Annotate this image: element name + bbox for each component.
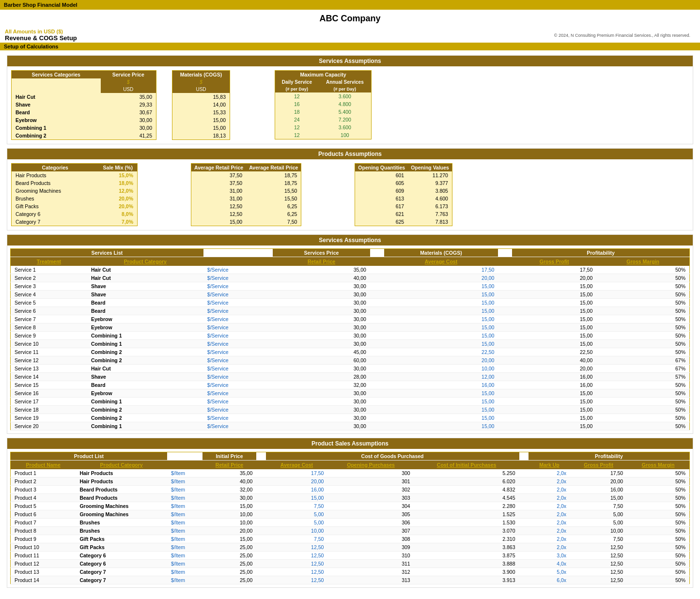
- svc-list-row: Service 17 Combining 1 $/Service 30,00 1…: [11, 398, 690, 406]
- svc-cap-row: 123.600: [275, 92, 372, 100]
- svc-mat-row: 15,00: [172, 116, 230, 124]
- rev-cogs-label: Revenue & COGS Setup: [5, 34, 77, 42]
- svc-list-row: Service 19 Combining 2 $/Service 30,00 1…: [11, 414, 690, 422]
- prod-sales-row: Product 4 Beard Products $/Item 30,00 15…: [11, 494, 690, 502]
- services-table: Services List Services Price Materials (…: [10, 248, 690, 430]
- prod-sales-row: Product 2 Hair Products $/Item 40,00 20,…: [11, 477, 690, 486]
- prod-avg-row: 15,007,50: [191, 218, 301, 226]
- price-header: Service Price: [101, 71, 156, 79]
- main-wrapper: Services Assumptions Services Categories…: [0, 50, 700, 593]
- cat-header: Services Categories: [12, 71, 101, 79]
- prod-sales-row: Product 6 Grooming Machines $/Item 10,00…: [11, 510, 690, 519]
- svc-list-row: Service 3 Shave $/Service 30,00 15,00 15…: [11, 282, 690, 291]
- services-assumptions-title: Services Assumptions: [7, 56, 693, 66]
- svc-mat-row: 15,33: [172, 108, 230, 116]
- products-assumptions-section: Products Assumptions Categories Sale Mix…: [7, 148, 693, 230]
- svc-mat-row: 14,00: [172, 101, 230, 108]
- prod-sales-row: Product 1 Hair Products $/Item 35,00 17,…: [11, 469, 690, 477]
- materials-header: Materials (COGS): [172, 71, 230, 79]
- svc-list-row: Service 8 Eyebrow $/Service 30,00 15,00 …: [11, 323, 690, 332]
- capacity-header: Maximum Capacity: [275, 71, 372, 79]
- prod-avg-row: 12,506,25: [191, 210, 301, 218]
- prod-avg-row: 37,5018,75: [191, 179, 301, 187]
- prod-open-row: 6134.600: [355, 195, 452, 202]
- prod-cat-row: Gift Packs20,0%: [12, 202, 138, 210]
- svc-list-row: Service 4 Shave $/Service 30,00 15,00 15…: [11, 291, 690, 299]
- prod-open-row: 6093.805: [355, 187, 452, 195]
- products-opening-table: Opening Quantities Opening Values 60111.…: [355, 163, 452, 226]
- prod-avg-row: 31,0015,50: [191, 187, 301, 195]
- svc-list-row: Service 14 Shave $/Service 28,00 12,00 1…: [11, 373, 690, 381]
- svc-list-row: Service 11 Combining 2 $/Service 45,00 2…: [11, 348, 690, 356]
- svc-cat-row: Hair Cut35,00: [12, 93, 156, 101]
- services-capacity-table: Maximum Capacity Daily Service Annual Se…: [275, 70, 372, 139]
- svc-list-row: Service 5 Beard $/Service 30,00 15,00 15…: [11, 299, 690, 307]
- setup-bar: Setup of Calculations: [0, 43, 700, 50]
- prod-sales-row: Product 14 Category 7 $/Item 25,00 12,50…: [11, 576, 690, 584]
- svc-mat-row: 18,13: [172, 132, 230, 140]
- svc-list-row: Service 16 Eyebrow $/Service 30,00 15,00…: [11, 389, 690, 398]
- svc-list-row: Service 20 Combining 1 $/Service 30,00 1…: [11, 422, 690, 430]
- prod-cat-row: Category 68,0%: [12, 210, 138, 218]
- svc-list-row: Service 1 Hair Cut $/Service 35,00 17,50…: [11, 266, 690, 274]
- svc-cap-row: 12100: [275, 131, 372, 139]
- prod-sales-row: Product 8 Brushes $/Item 20,00 10,00 307…: [11, 527, 690, 535]
- prod-sales-row: Product 9 Gift Packs $/Item 15,00 7,50 3…: [11, 535, 690, 543]
- svc-cap-row: 164.800: [275, 100, 372, 108]
- product-sales-title: Product Sales Assumptions: [7, 438, 693, 449]
- services-assumptions-section: Services Assumptions Services Categories…: [7, 55, 693, 144]
- products-assumptions-title: Products Assumptions: [7, 149, 693, 159]
- prod-open-row: 6176.173: [355, 202, 452, 210]
- services-materials-table: Materials (COGS) $ USD 15,8314,0015,3315…: [172, 70, 230, 140]
- svc-cat-row: Beard30,67: [12, 108, 156, 116]
- prod-sales-row: Product 13 Category 7 $/Item 25,00 12,50…: [11, 568, 690, 576]
- prod-sales-row: Product 5 Grooming Machines $/Item 15,00…: [11, 502, 690, 510]
- svc-list-row: Service 13 Hair Cut $/Service 30,00 10,0…: [11, 365, 690, 373]
- prod-cat-row: Brushes20,0%: [12, 195, 138, 202]
- products-categories-table: Categories Sale Mix (%) Hair Products15,…: [11, 163, 138, 226]
- svc-list-row: Service 12 Combining 2 $/Service 60,00 2…: [11, 356, 690, 365]
- svc-list-row: Service 10 Combining 1 $/Service 30,00 1…: [11, 340, 690, 348]
- prod-cat-row: Hair Products15,0%: [12, 171, 138, 179]
- svc-mat-row: 15,00: [172, 124, 230, 132]
- top-bar: Barber Shop Financial Model: [0, 0, 700, 10]
- prod-open-row: 60111.270: [355, 171, 452, 179]
- prod-open-row: 6059.377: [355, 179, 452, 187]
- prod-open-row: 6257.813: [355, 218, 452, 226]
- prod-sales-row: Product 3 Beard Products $/Item 32,00 16…: [11, 486, 690, 494]
- svc-list-row: Service 7 Eyebrow $/Service 30,00 15,00 …: [11, 315, 690, 323]
- copyright: © 2024, N Consulting Premium Financial S…: [554, 33, 695, 38]
- prod-cat-row: Beard Products18,0%: [12, 179, 138, 187]
- prod-sales-row: Product 10 Gift Packs $/Item 25,00 12,50…: [11, 543, 690, 552]
- prod-avg-row: 31,0015,50: [191, 195, 301, 202]
- svc-cat-row: Eyebrow30,00: [12, 116, 156, 124]
- products-avg-table: Average Retail Price Average Retail Pric…: [191, 163, 301, 226]
- svc-cap-row: 123.600: [275, 123, 372, 131]
- prod-sales-row: Product 12 Category 6 $/Item 25,00 12,50…: [11, 560, 690, 568]
- svc-cap-row: 185.400: [275, 108, 372, 116]
- company-name: ABC Company: [319, 14, 380, 23]
- svc-cat-row: Combining 130,00: [12, 124, 156, 132]
- prod-avg-row: 12,506,25: [191, 202, 301, 210]
- svc-cat-row: Combining 241,25: [12, 132, 156, 140]
- sale-mix-header: Sale Mix (%): [99, 164, 138, 172]
- prod-sales-row: Product 7 Brushes $/Item 10,00 5,00 306 …: [11, 519, 690, 527]
- svc-list-row: Service 18 Combining 2 $/Service 30,00 1…: [11, 406, 690, 414]
- prod-cat-row: Grooming Machines12,0%: [12, 187, 138, 195]
- svc-list-row: Service 9 Combining 1 $/Service 30,00 15…: [11, 332, 690, 340]
- products-table: Product List Initial Price Cost of Goods…: [10, 452, 690, 584]
- amounts-label: All Amounts in USD ($): [5, 29, 77, 34]
- svc-list-row: Service 15 Beard $/Service 32,00 16,00 1…: [11, 381, 690, 389]
- services-categories-table: Services Categories Service Price $ USD …: [11, 70, 156, 140]
- svc-mat-row: 15,83: [172, 93, 230, 101]
- prod-cat-header: Categories: [12, 164, 99, 172]
- prod-avg-row: 37,5018,75: [191, 171, 301, 179]
- prod-cat-row: Category 77,0%: [12, 218, 138, 226]
- company-title: ABC Company: [0, 10, 700, 28]
- svc-cat-row: Shave29,33: [12, 101, 156, 108]
- services-list-section: Services Assumptions Services List Servi…: [7, 234, 693, 434]
- svc-list-row: Service 6 Beard $/Service 30,00 15,00 15…: [11, 307, 690, 315]
- svc-cap-row: 247.200: [275, 116, 372, 123]
- product-sales-section: Product Sales Assumptions Product List I…: [7, 438, 693, 588]
- svc-list-row: Service 2 Hair Cut $/Service 40,00 20,00…: [11, 274, 690, 282]
